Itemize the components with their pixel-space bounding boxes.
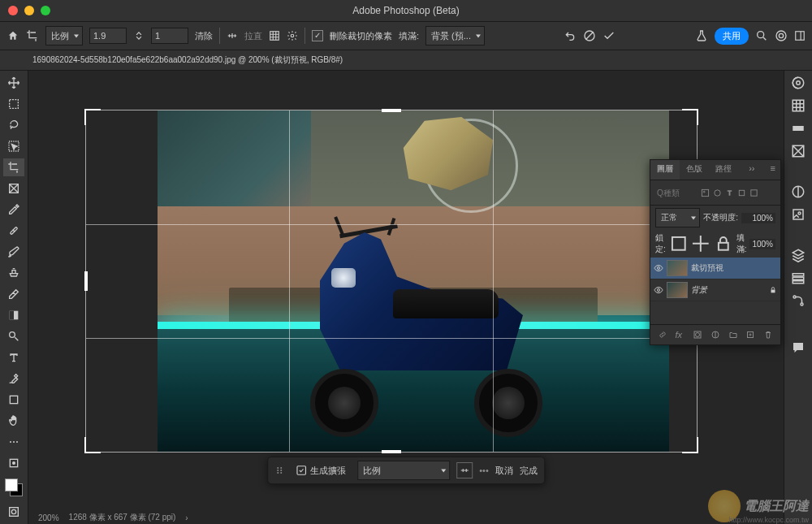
share-button[interactable]: 共用 [715, 28, 749, 45]
channels-panel-icon[interactable] [791, 271, 806, 285]
ctx-more-icon[interactable]: ••• [479, 466, 489, 475]
crop-handle-bottom[interactable] [382, 450, 401, 453]
crop-handle-bl[interactable] [84, 437, 101, 453]
color-panel-icon[interactable] [791, 76, 806, 90]
adjustment-layer-icon[interactable] [710, 330, 720, 340]
commit-check-icon[interactable] [603, 29, 615, 42]
doc-info-chevron-icon[interactable]: › [185, 513, 188, 522]
crop-tool-icon[interactable] [26, 29, 39, 42]
frame-tool[interactable] [3, 180, 24, 197]
healing-brush-tool[interactable] [3, 222, 24, 240]
filter-type-icon[interactable] [725, 188, 734, 197]
home-icon[interactable] [6, 30, 19, 41]
help-icon[interactable] [775, 29, 788, 42]
lasso-tool[interactable] [3, 116, 24, 134]
overlay-grid-icon[interactable] [269, 30, 280, 41]
lock-all-icon[interactable] [714, 234, 733, 253]
cancel-icon[interactable] [583, 29, 596, 42]
more-tools[interactable] [3, 433, 24, 451]
swatches-panel-icon[interactable] [791, 98, 806, 113]
settings-gear-icon[interactable] [287, 30, 298, 41]
panel-collapse-icon[interactable]: ›› [744, 160, 759, 180]
crop-handle-tr[interactable] [682, 109, 698, 125]
blend-mode-dropdown[interactable]: 正常 [655, 208, 700, 227]
lock-position-icon[interactable] [691, 234, 710, 253]
crop-height-input[interactable]: 1 [151, 28, 188, 44]
layers-tab[interactable]: 圖層 [650, 160, 680, 180]
panel-menu-icon[interactable]: ≡ [766, 160, 780, 180]
hand-tool[interactable] [3, 412, 24, 430]
object-selection-tool[interactable] [3, 137, 24, 155]
ctx-straighten-button[interactable] [456, 462, 473, 479]
reset-icon[interactable] [564, 29, 577, 42]
ctx-done-button[interactable]: 完成 [520, 465, 538, 477]
filter-shape-icon[interactable] [737, 188, 746, 197]
dodge-tool[interactable] [3, 327, 24, 345]
crop-handle-top[interactable] [382, 109, 401, 112]
crop-width-input[interactable]: 1.9 [89, 28, 127, 44]
adjustments-panel-icon[interactable] [791, 184, 806, 199]
layers-panel-icon[interactable] [791, 248, 806, 262]
link-layers-icon[interactable] [658, 330, 667, 340]
lock-icon[interactable] [769, 286, 777, 294]
group-layer-icon[interactable] [728, 330, 738, 340]
paths-tab[interactable]: 路徑 [709, 160, 738, 180]
delete-cropped-checkbox[interactable] [312, 30, 323, 41]
layer-search-input[interactable] [655, 188, 698, 198]
visibility-eye-icon[interactable] [654, 285, 663, 295]
doc-info[interactable]: 1268 像素 x 667 像素 (72 ppi) [69, 512, 176, 523]
fill-dropdown[interactable]: 背景 (預... [425, 26, 485, 45]
visibility-eye-icon[interactable] [654, 263, 663, 273]
crop-frame[interactable] [85, 110, 698, 453]
straighten-icon[interactable] [227, 30, 238, 41]
layer-mask-icon[interactable] [693, 330, 702, 340]
paths-panel-icon[interactable] [791, 293, 806, 308]
eyedropper-tool[interactable] [3, 201, 24, 219]
gradients-panel-icon[interactable] [791, 121, 806, 136]
beta-flask-icon[interactable] [695, 29, 708, 42]
crop-handle-left[interactable] [84, 271, 88, 291]
crop-tool[interactable] [3, 158, 24, 176]
gradient-tool[interactable] [3, 306, 24, 324]
generative-fill-button[interactable]: 生成擴張 [291, 463, 351, 479]
ctx-ratio-dropdown[interactable]: 比例 [357, 461, 450, 480]
maximize-window-button[interactable] [41, 6, 50, 15]
filter-image-icon[interactable] [701, 188, 710, 197]
pen-tool[interactable] [3, 370, 24, 388]
move-tool[interactable] [3, 74, 24, 92]
type-tool[interactable] [3, 349, 24, 366]
quickmask-tool[interactable] [3, 503, 24, 521]
drag-handle-icon[interactable] [274, 466, 284, 475]
new-layer-icon[interactable] [745, 330, 755, 340]
filter-smart-icon[interactable] [749, 188, 758, 197]
layer-row-crop-preview[interactable]: 裁切預視 [650, 258, 780, 279]
swap-dimensions-icon[interactable] [133, 30, 145, 41]
delete-layer-icon[interactable] [763, 330, 773, 340]
clone-stamp-tool[interactable] [3, 264, 24, 282]
ctx-cancel-button[interactable]: 取消 [495, 465, 513, 477]
crop-handle-tl[interactable] [84, 109, 101, 125]
workspace-icon[interactable] [794, 30, 806, 41]
shape-tool[interactable] [3, 391, 24, 409]
zoom-level[interactable]: 200% [38, 513, 59, 522]
eraser-tool[interactable] [3, 285, 24, 303]
clear-button[interactable]: 清除 [195, 30, 213, 42]
patterns-panel-icon[interactable] [791, 144, 806, 158]
layer-fx-icon[interactable]: fx [676, 330, 685, 340]
marquee-tool[interactable] [3, 95, 24, 113]
comments-panel-icon[interactable] [791, 340, 806, 355]
layer-fill-input[interactable]: 100% [749, 239, 775, 249]
close-window-button[interactable] [8, 6, 18, 15]
channels-tab[interactable]: 色版 [680, 160, 709, 180]
lock-transparent-icon[interactable] [669, 234, 689, 253]
filter-adjust-icon[interactable] [713, 188, 722, 197]
libraries-panel-icon[interactable] [791, 207, 806, 222]
crop-handle-br[interactable] [682, 437, 698, 453]
brush-tool[interactable] [3, 243, 24, 261]
document-tab[interactable]: 1690862024-5d558b120e0fa5e622b6aa002a92d… [32, 54, 343, 66]
opacity-input[interactable]: 100% [741, 213, 775, 223]
color-swatch[interactable] [5, 479, 23, 496]
minimize-window-button[interactable] [24, 6, 34, 15]
ratio-preset-dropdown[interactable]: 比例 [45, 26, 83, 45]
edit-toolbar[interactable] [3, 454, 24, 472]
